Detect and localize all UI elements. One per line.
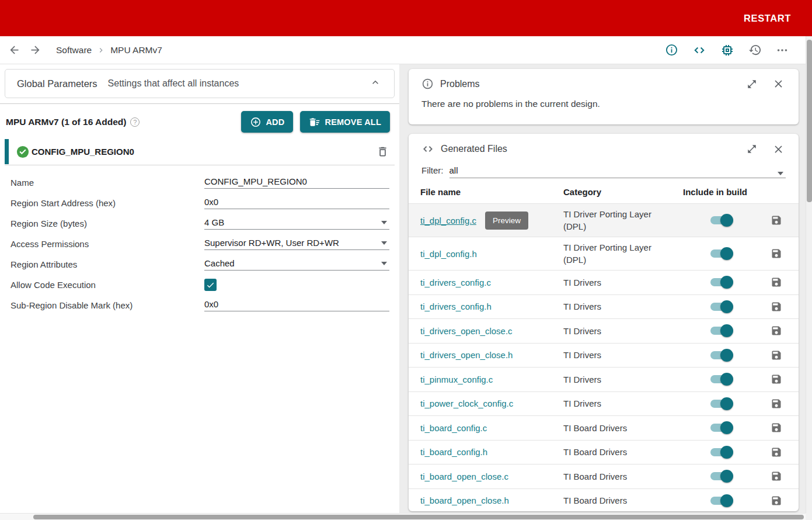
include-in-build-toggle[interactable] [710, 303, 731, 311]
code-view-icon[interactable] [692, 43, 706, 57]
include-in-build-toggle[interactable] [710, 216, 731, 224]
file-category: TI Drivers [563, 349, 683, 361]
file-link[interactable]: ti_board_open_close.c [420, 472, 508, 481]
file-link[interactable]: ti_drivers_open_close.c [420, 326, 513, 336]
include-in-build-toggle[interactable] [710, 351, 731, 359]
file-link[interactable]: ti_dpl_config.c [420, 216, 476, 226]
field-label: Access Permissions [11, 239, 204, 249]
delete-instance-icon[interactable] [377, 145, 389, 158]
expand-problems-icon[interactable] [747, 79, 757, 89]
file-link[interactable]: ti_pinmux_config.c [420, 375, 493, 384]
table-row: ti_board_open_close.cTI Board Drivers [409, 464, 799, 488]
breadcrumb-software[interactable]: Software [56, 45, 92, 56]
file-link[interactable]: ti_drivers_config.h [420, 301, 492, 311]
save-file-icon[interactable] [771, 276, 782, 288]
form-field-row: Region AttributesCached [11, 254, 389, 275]
breadcrumb-mpu-armv7[interactable]: MPU ARMv7 [110, 45, 162, 56]
expand-generated-files-icon[interactable] [747, 144, 757, 154]
delete-sweep-icon [309, 116, 320, 128]
vertical-scrollbar[interactable] [806, 36, 812, 513]
file-link[interactable]: ti_board_config.h [420, 447, 487, 457]
add-button[interactable]: ADD [241, 111, 293, 133]
filter-row: Filter: all [409, 155, 799, 178]
access-permissions-select[interactable]: Supervisor RD+WR, User RD+WR [204, 238, 389, 250]
horizontal-scrollbar-thumb[interactable] [33, 515, 804, 519]
table-row: ti_pinmux_config.cTI Drivers [409, 367, 799, 391]
preview-button[interactable]: Preview [485, 212, 528, 230]
name-input[interactable]: CONFIG_MPU_REGION0 [204, 176, 389, 189]
instance-form: NameCONFIG_MPU_REGION0Region Start Addre… [0, 165, 399, 316]
global-parameters-subtitle: Settings that affect all instances [108, 78, 239, 89]
table-row: ti_power_clock_config.cTI Drivers [409, 391, 799, 416]
save-file-icon[interactable] [771, 446, 782, 458]
horizontal-scrollbar[interactable] [0, 513, 806, 520]
allow-code-execution-checkbox[interactable] [204, 279, 217, 291]
save-file-icon[interactable] [771, 301, 782, 313]
save-file-icon[interactable] [771, 349, 782, 361]
vertical-scrollbar-thumb[interactable] [807, 40, 812, 202]
module-title: MPU ARMv7 (1 of 16 Added) [6, 117, 140, 127]
sub-region-disable-mark-input[interactable]: 0x0 [204, 299, 389, 311]
table-row: ti_board_config.cTI Board Drivers [409, 415, 799, 440]
include-in-build-toggle[interactable] [710, 472, 731, 480]
more-options-icon[interactable] [776, 44, 789, 57]
form-field-row: Sub-Region Disable Mark (hex)0x0 [11, 295, 389, 316]
field-label: Sub-Region Disable Mark (hex) [11, 300, 204, 310]
table-row: ti_drivers_open_close.cTI Drivers [409, 318, 799, 343]
file-link[interactable]: ti_drivers_open_close.h [420, 350, 513, 360]
file-link[interactable]: ti_power_clock_config.c [420, 398, 513, 408]
info-icon[interactable] [665, 43, 678, 57]
collapse-chevron-icon[interactable] [370, 77, 381, 91]
file-link[interactable]: ti_board_config.c [420, 423, 487, 433]
help-icon[interactable] [130, 117, 140, 127]
save-file-icon[interactable] [771, 398, 782, 410]
dropdown-caret-icon [381, 221, 387, 224]
filter-select[interactable]: all [449, 165, 786, 178]
region-size-select[interactable]: 4 GB [204, 217, 389, 230]
include-in-build-toggle[interactable] [710, 400, 731, 408]
include-in-build-toggle[interactable] [710, 249, 731, 258]
include-in-build-toggle[interactable] [710, 278, 731, 286]
region-attributes-select[interactable]: Cached [204, 258, 389, 271]
file-category: TI Drivers [563, 300, 683, 313]
save-file-icon[interactable] [771, 214, 782, 226]
include-in-build-toggle[interactable] [710, 327, 731, 335]
table-row: ti_board_config.hTI Board Drivers [409, 440, 799, 464]
include-in-build-toggle[interactable] [710, 375, 731, 383]
file-link[interactable]: ti_board_open_close.h [420, 495, 509, 505]
save-file-icon[interactable] [771, 373, 782, 385]
configuration-panel: Global Parameters Settings that affect a… [0, 64, 399, 520]
remove-all-button[interactable]: REMOVE ALL [300, 111, 390, 133]
file-link[interactable]: ti_drivers_config.c [420, 278, 491, 287]
include-in-build-toggle[interactable] [710, 424, 731, 432]
save-file-icon[interactable] [771, 422, 782, 434]
generated-files-title: Generated Files [441, 144, 507, 154]
add-circle-icon [250, 116, 262, 128]
history-icon[interactable] [748, 43, 762, 57]
file-category: TI Board Drivers [563, 446, 683, 458]
close-problems-icon[interactable] [772, 78, 785, 90]
instance-name: CONFIG_MPU_REGION0 [32, 147, 134, 157]
save-file-icon[interactable] [771, 495, 782, 507]
field-label: Name [11, 178, 204, 188]
save-file-icon[interactable] [771, 248, 782, 259]
include-in-build-toggle[interactable] [710, 497, 731, 505]
region-start-address-input[interactable]: 0x0 [204, 197, 389, 209]
file-link[interactable]: ti_dpl_config.h [420, 249, 477, 259]
forward-arrow-icon[interactable] [29, 44, 41, 56]
include-in-build-toggle[interactable] [710, 448, 731, 456]
close-generated-files-icon[interactable] [772, 143, 785, 155]
field-label: Region Size (bytes) [11, 219, 204, 228]
global-parameters-header[interactable]: Global Parameters Settings that affect a… [5, 69, 395, 98]
form-field-row: Access PermissionsSupervisor RD+WR, User… [11, 234, 389, 254]
instance-row[interactable]: CONFIG_MPU_REGION0 [0, 138, 399, 165]
back-arrow-icon[interactable] [8, 44, 20, 56]
side-panels: Problems There are no problems in the cu… [399, 64, 812, 520]
restart-button[interactable]: RESTART [744, 13, 791, 24]
save-file-icon[interactable] [771, 470, 782, 482]
save-file-icon[interactable] [771, 325, 782, 337]
device-chip-icon[interactable] [720, 43, 734, 57]
dropdown-caret-icon [381, 241, 387, 245]
file-category: TI Board Drivers [563, 422, 683, 434]
field-label: Region Start Address (hex) [11, 198, 204, 208]
